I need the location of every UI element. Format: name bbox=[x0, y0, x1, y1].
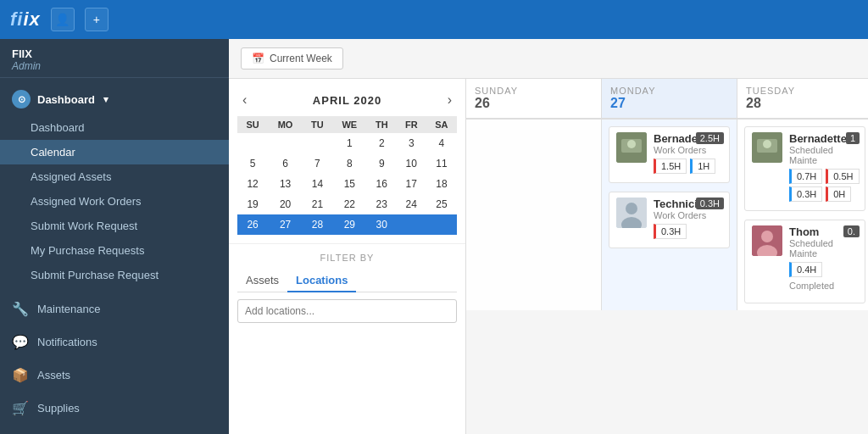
cal-header-sa: SA bbox=[426, 116, 457, 133]
calendar-header: ‹ APRIL 2020 › bbox=[237, 87, 457, 116]
cal-day[interactable]: 18 bbox=[426, 174, 457, 194]
filter-section: FILTER BY Assets Locations bbox=[229, 243, 465, 331]
thom-tuesday-completed-label: Completed bbox=[789, 281, 858, 291]
sidebar-dashboard-label: Dashboard bbox=[37, 93, 95, 106]
cal-day[interactable] bbox=[303, 133, 332, 153]
tuesday-label: TUESDAY bbox=[746, 86, 864, 96]
schedule-header: SUNDAY 26 MONDAY 27 TUESDAY 28 bbox=[466, 79, 868, 120]
add-button[interactable]: + bbox=[85, 8, 108, 31]
cal-day[interactable]: 19 bbox=[237, 194, 268, 214]
mini-calendar: ‹ APRIL 2020 › SU MO TU WE TH bbox=[229, 79, 465, 243]
cal-day[interactable]: 11 bbox=[426, 153, 457, 174]
cal-header-su: SU bbox=[237, 116, 268, 133]
filter-tabs: Assets Locations bbox=[237, 270, 457, 292]
user-icon-button[interactable]: 👤 bbox=[51, 8, 75, 31]
main-layout: FIIX Admin ⊙ Dashboard ▾ Dashboard Calen… bbox=[0, 39, 868, 434]
calendar-week-4: 19 20 21 22 23 24 25 bbox=[237, 194, 457, 214]
sidebar-item-assets[interactable]: 📦 Assets bbox=[0, 359, 229, 392]
cal-day[interactable]: 8 bbox=[332, 153, 367, 174]
cal-day[interactable]: 28 bbox=[303, 214, 332, 235]
bernadette-monday-subtitle: Work Orders bbox=[654, 145, 722, 155]
cal-header-mo: MO bbox=[268, 116, 303, 133]
cal-day[interactable]: 1 bbox=[332, 133, 367, 153]
sidebar-assets-label: Assets bbox=[37, 369, 70, 381]
thom-tuesday-subtitle: Scheduled Mainte bbox=[789, 238, 858, 259]
left-panel: ‹ APRIL 2020 › SU MO TU WE TH bbox=[229, 79, 466, 434]
cal-day[interactable] bbox=[426, 214, 457, 235]
cal-day[interactable]: 27 bbox=[268, 214, 303, 235]
sunday-number: 26 bbox=[475, 96, 593, 111]
technicians-monday-subtitle: Work Orders bbox=[654, 210, 722, 220]
bernadette-monday-bars: 1.5H 1H bbox=[654, 159, 722, 174]
filter-locations-input[interactable] bbox=[237, 299, 457, 323]
cal-day[interactable]: 17 bbox=[397, 174, 426, 194]
cal-day[interactable]: 23 bbox=[367, 194, 397, 214]
cal-day[interactable] bbox=[268, 133, 303, 153]
cal-day[interactable]: 7 bbox=[303, 153, 332, 174]
cal-day[interactable]: 4 bbox=[426, 133, 457, 153]
cal-header-fr: FR bbox=[397, 116, 426, 133]
cal-day[interactable]: 6 bbox=[268, 153, 303, 174]
sidebar-item-calendar[interactable]: Calendar bbox=[0, 140, 229, 164]
cal-header-we: WE bbox=[332, 116, 367, 133]
thom-tuesday-hours: 0. bbox=[843, 225, 860, 237]
calendar-grid: SU MO TU WE TH FR SA bbox=[237, 116, 457, 235]
sidebar-item-submit-work-request[interactable]: Submit Work Request bbox=[0, 214, 229, 238]
cal-day[interactable]: 24 bbox=[397, 194, 426, 214]
sidebar-notifications-label: Notifications bbox=[37, 336, 97, 348]
sidebar: FIIX Admin ⊙ Dashboard ▾ Dashboard Calen… bbox=[0, 39, 229, 434]
bernadette-tuesday-subtitle: Scheduled Mainte bbox=[789, 145, 860, 165]
day-header-tuesday: TUESDAY 28 bbox=[737, 79, 868, 118]
cal-day[interactable]: 10 bbox=[397, 153, 426, 174]
cal-day[interactable]: 30 bbox=[367, 214, 397, 235]
work-bar-1-5h: 1.5H bbox=[654, 159, 687, 174]
cal-day[interactable]: 29 bbox=[332, 214, 367, 235]
calendar-week-1: 1 2 3 4 bbox=[237, 133, 457, 153]
tuesday-number: 28 bbox=[746, 96, 864, 111]
cal-day[interactable]: 14 bbox=[303, 174, 332, 194]
cal-day[interactable]: 25 bbox=[426, 194, 457, 214]
cal-day[interactable]: 16 bbox=[367, 174, 397, 194]
cal-day[interactable]: 9 bbox=[367, 153, 397, 174]
cal-day[interactable]: 26 bbox=[237, 214, 268, 235]
cal-day[interactable] bbox=[397, 214, 426, 235]
cal-day[interactable]: 20 bbox=[268, 194, 303, 214]
current-week-button[interactable]: 📅 Current Week bbox=[241, 47, 343, 70]
bernadette-tuesday-avatar bbox=[752, 132, 782, 163]
cal-day[interactable]: 3 bbox=[397, 133, 426, 153]
filter-tab-assets[interactable]: Assets bbox=[237, 270, 287, 292]
cal-day[interactable]: 5 bbox=[237, 153, 268, 174]
calendar-next-button[interactable]: › bbox=[442, 91, 457, 109]
cal-day[interactable] bbox=[237, 133, 268, 153]
calendar-schedule: ‹ APRIL 2020 › SU MO TU WE TH bbox=[229, 79, 868, 434]
sidebar-item-purchasing[interactable]: 🛍️ Purchasing bbox=[0, 425, 229, 434]
sidebar-item-supplies[interactable]: 🛒 Supplies bbox=[0, 392, 229, 425]
cal-header-th: TH bbox=[367, 116, 397, 133]
calendar-prev-button[interactable]: ‹ bbox=[237, 91, 252, 109]
work-bar-0-3h: 0.3H bbox=[654, 224, 687, 239]
technicians-monday-avatar bbox=[616, 198, 647, 228]
sidebar-item-dashboard[interactable]: Dashboard bbox=[0, 115, 229, 140]
sidebar-item-submit-purchase-request[interactable]: Submit Purchase Request bbox=[0, 263, 229, 287]
cal-day[interactable]: 2 bbox=[367, 133, 397, 153]
bernadette-monday-hours: 2.5H bbox=[696, 132, 724, 144]
sidebar-item-assigned-work-orders[interactable]: Assigned Work Orders bbox=[0, 189, 229, 214]
sidebar-item-my-purchase-requests[interactable]: My Purchase Requests bbox=[0, 238, 229, 263]
filter-tab-locations[interactable]: Locations bbox=[287, 270, 356, 292]
sidebar-item-maintenance[interactable]: 🔧 Maintenance bbox=[0, 292, 229, 326]
sidebar-item-assigned-assets[interactable]: Assigned Assets bbox=[0, 164, 229, 189]
cal-day[interactable]: 13 bbox=[268, 174, 303, 194]
cal-day[interactable]: 12 bbox=[237, 174, 268, 194]
sidebar-item-notifications[interactable]: 💬 Notifications bbox=[0, 326, 229, 359]
thom-tuesday-bars: 0.4H bbox=[789, 262, 858, 277]
cal-header-tu: TU bbox=[303, 116, 332, 133]
thom-tuesday-avatar bbox=[752, 225, 782, 256]
cal-day[interactable]: 15 bbox=[332, 174, 367, 194]
cal-day[interactable]: 22 bbox=[332, 194, 367, 214]
bernadette-monday-avatar bbox=[616, 132, 647, 163]
bernadette-tuesday-bars: 0.7H 0.5H bbox=[789, 169, 860, 184]
cal-day[interactable]: 21 bbox=[303, 194, 332, 214]
tech-card-thom-tuesday: 0. Thom bbox=[744, 220, 865, 303]
sidebar-dashboard-header[interactable]: ⊙ Dashboard ▾ bbox=[0, 83, 229, 115]
schedule-panel: SUNDAY 26 MONDAY 27 TUESDAY 28 bbox=[466, 79, 868, 434]
